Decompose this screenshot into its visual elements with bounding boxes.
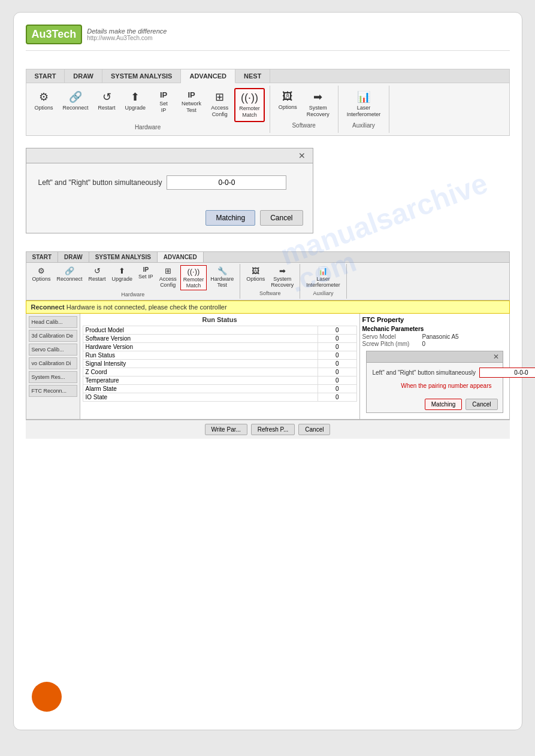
alarm-state-value: 0 — [318, 384, 356, 393]
inner-matching-btn[interactable]: Matching — [425, 399, 463, 410]
small-tab-start[interactable]: START — [26, 252, 59, 262]
pairing-hint: When the pairing number appears — [373, 382, 492, 389]
inner-remote-match-dialog: ✕ Left" and "Right" button simultaneousl… — [366, 351, 503, 413]
cancel-btn[interactable]: Cancel — [260, 210, 303, 226]
small-tab-advanced[interactable]: ADVANCED — [158, 252, 204, 262]
ftc-property-panel: FTC Property Mechanic Parameters Servo M… — [359, 314, 509, 419]
small-upgrade-btn[interactable]: ⬆ Upgrade — [110, 265, 135, 290]
signal-intensity-label: Signal Intensity — [83, 359, 318, 368]
table-row: Software Version 0 — [83, 334, 356, 342]
small-hardware-group: ⚙ Options 🔗 Reconnect ↺ Restart ⬆ — [26, 264, 241, 299]
logo-tagline: Details make the difference — [87, 28, 167, 35]
servo-calib-btn[interactable]: Servo Calib... — [29, 344, 77, 356]
upgrade-btn[interactable]: ⬆ Upgrade — [122, 88, 150, 114]
inner-dialog-close-btn[interactable]: ✕ — [493, 353, 499, 361]
inner-dialog-instruction: Left" and "Right" button simultaneously — [373, 369, 476, 376]
product-model-value: 0 — [318, 326, 356, 334]
product-model-label: Product Model — [83, 326, 318, 334]
table-row: IO State 0 — [83, 393, 356, 401]
restart-label: Restart — [98, 105, 116, 111]
small-restart-btn[interactable]: ↺ Restart — [86, 265, 108, 290]
set-ip-btn[interactable]: IP SetIP — [152, 88, 176, 116]
refresh-p-btn[interactable]: Refresh P... — [251, 424, 295, 435]
matching-btn[interactable]: Matching — [205, 210, 255, 226]
bottom-buttons: Write Par... Refresh P... Cancel — [26, 420, 510, 439]
screw-pitch-row: Screw Pitch (mm) 0 — [362, 341, 507, 347]
logo-name: Au3Tech — [32, 28, 77, 40]
access-config-label: AccessConfig — [211, 105, 228, 118]
table-row: Z Coord 0 — [83, 368, 356, 376]
small-auxiliary-items: 📊 LaserInterferometer — [304, 265, 343, 289]
small-arrow-right-icon: ➡ — [279, 266, 286, 275]
small-software-options-btn[interactable]: 🖼 Options — [244, 265, 267, 289]
small-access-config-btn[interactable]: ⊞ AccessConfig — [157, 265, 179, 290]
network-test-btn[interactable]: IP NetworkTest — [178, 88, 205, 116]
dialog-close-btn[interactable]: ✕ — [296, 151, 308, 160]
run-status-panel: Run Status Product Model 0 Software Vers… — [80, 314, 359, 419]
options-btn[interactable]: ⚙ Options — [31, 88, 57, 114]
small-hardware-label: HardwareTest — [210, 276, 234, 288]
small-auxiliary-label: Auxiliary — [313, 290, 333, 296]
servo-model-label: Servo Model — [362, 333, 422, 340]
small-hardware-test-btn[interactable]: 🔧 HardwareTest — [208, 265, 236, 290]
tab-system-analysis[interactable]: SYSTEM ANALYSIS — [102, 69, 182, 83]
chart-icon: 📊 — [357, 90, 370, 104]
reconnect-btn[interactable]: 🔗 Reconnect — [59, 88, 92, 114]
small-set-ip-btn[interactable]: IP Set IP — [136, 265, 156, 290]
table-row: Alarm State 0 — [83, 384, 356, 393]
small-remoter-match-btn[interactable]: ((·)) RemoterMatch — [180, 265, 207, 290]
system-recovery-btn[interactable]: ➡ SystemRecovery — [303, 88, 333, 120]
write-par-btn[interactable]: Write Par... — [205, 424, 247, 435]
io-state-value: 0 — [318, 393, 356, 401]
inner-dialog-input-row: Left" and "Right" button simultaneously — [373, 368, 497, 378]
small-restart-icon: ↺ — [94, 266, 101, 275]
hardware-version-value: 0 — [318, 342, 356, 351]
restart-btn[interactable]: ↺ Restart — [95, 88, 119, 114]
small-reconnect-label: Reconnect — [57, 276, 83, 282]
access-config-btn[interactable]: ⊞ AccessConfig — [207, 88, 232, 120]
tab-draw[interactable]: DRAW — [65, 69, 102, 83]
ribbon-group-software: 🖼 Options ➡ SystemRecovery Software — [270, 86, 338, 133]
bottom-cancel-btn[interactable]: Cancel — [298, 424, 330, 435]
laser-label: LaserInterferometer — [347, 105, 381, 118]
tab-advanced[interactable]: ADVANCED — [181, 69, 235, 83]
gear-icon: ⚙ — [39, 90, 49, 104]
upgrade-icon: ⬆ — [131, 90, 140, 104]
small-image-icon: 🖼 — [252, 266, 259, 275]
tab-start[interactable]: START — [26, 69, 65, 83]
inner-dialog-buttons: Matching Cancel — [367, 396, 503, 412]
remote-match-dialog: ✕ Left" and "Right" button simultaneousl… — [26, 148, 313, 233]
head-calib-btn[interactable]: Head Calib... — [29, 316, 77, 328]
system-res-btn[interactable]: System Res... — [29, 371, 77, 383]
small-options-label: Options — [32, 276, 51, 282]
warning-bar: Reconnect Hardware is not connected, ple… — [26, 300, 510, 314]
inner-cancel-btn[interactable]: Cancel — [466, 399, 497, 410]
reconnect-label: Reconnect — [63, 105, 89, 111]
small-ip-icon: IP — [143, 266, 149, 273]
laser-interferometer-btn[interactable]: 📊 LaserInterferometer — [343, 88, 385, 120]
remoter-match-btn[interactable]: ((·)) RemoterMatch — [234, 88, 265, 122]
orange-circle — [32, 682, 62, 712]
ribbon-group-auxiliary: 📊 LaserInterferometer Auxiliary — [338, 86, 390, 133]
mechanic-header: Mechanic Parameters — [362, 326, 507, 332]
small-reconnect-btn[interactable]: 🔗 Reconnect — [55, 265, 85, 290]
temperature-value: 0 — [318, 376, 356, 384]
small-options-btn[interactable]: ⚙ Options — [30, 265, 53, 290]
ftc-reconn-btn[interactable]: FTC Reconn... — [29, 385, 77, 397]
3d-calibration-btn[interactable]: 3d Calibration De — [29, 330, 77, 342]
tab-nest[interactable]: NEST — [235, 69, 270, 83]
small-tab-system-analysis[interactable]: SYSTEM ANALYSIS — [89, 252, 158, 262]
small-tab-draw[interactable]: DRAW — [58, 252, 89, 262]
logo-text: Details make the difference http://www.A… — [87, 28, 167, 41]
table-row: Product Model 0 — [83, 326, 356, 334]
dialog-content: Left" and "Right" button simultaneously — [26, 163, 313, 205]
inner-pairing-input[interactable] — [479, 368, 535, 378]
image-icon: 🖼 — [282, 90, 293, 103]
pairing-input[interactable] — [167, 175, 286, 190]
small-system-recovery-btn[interactable]: ➡ SystemRecovery — [268, 265, 296, 289]
run-status-value: 0 — [318, 351, 356, 359]
vo-calibration-btn[interactable]: vo Calibration Di — [29, 357, 77, 369]
ftc-title: FTC Property — [362, 316, 507, 323]
small-laser-btn[interactable]: 📊 LaserInterferometer — [304, 265, 343, 289]
software-options-btn[interactable]: 🖼 Options — [275, 88, 301, 113]
